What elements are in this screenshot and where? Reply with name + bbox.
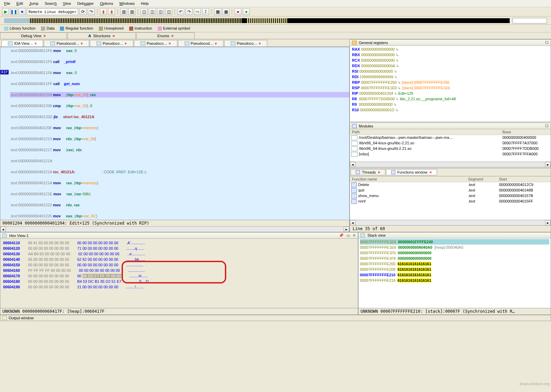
nav-strip[interactable]: [4, 18, 510, 23]
modules-hscroll[interactable]: ◄►: [350, 162, 551, 167]
view-tab[interactable]: Enums×: [136, 32, 195, 39]
menu-options[interactable]: Options: [97, 1, 116, 6]
tb-f[interactable]: ◫: [149, 8, 156, 15]
register-row[interactable]: RDI 1999999999999999 ↳: [352, 74, 549, 80]
close-icon[interactable]: ×: [125, 42, 127, 45]
subtab[interactable]: Pseudocod…×: [178, 40, 223, 47]
menu-help[interactable]: Help: [138, 1, 152, 6]
close-icon[interactable]: ×: [34, 42, 37, 45]
maximize-icon[interactable]: ☐: [545, 40, 549, 45]
register-row[interactable]: R8 00007FFFF7DD6500 ↳ libc_2.21.so:__pro…: [352, 96, 549, 102]
module-row[interactable]: /root/Desktop/baimao---pwn-master/baimao…: [350, 135, 551, 141]
toolbar-refresh[interactable]: ⟳: [80, 8, 86, 15]
tb-h[interactable]: ◫: [165, 8, 172, 15]
view-tab[interactable]: Debug View×: [0, 32, 67, 39]
scroll-left[interactable]: ◄: [0, 227, 6, 232]
stackview-header[interactable]: Stack view: [358, 233, 551, 238]
register-row[interactable]: RAX 0000000000000000 ↳: [352, 47, 549, 52]
module-row[interactable]: /lib/x86_64-linux-gnu/ld-2.21.so00007FFF…: [350, 146, 551, 152]
tb-b[interactable]: ▮: [108, 8, 115, 15]
register-row[interactable]: RBX 0000000000000000 ↳: [352, 52, 549, 58]
subtab[interactable]: Pseudoco…×: [90, 40, 133, 47]
stack-row[interactable]: 00007FFFFFFFE200 6161616161616161: [360, 261, 549, 267]
output-window-header[interactable]: Output window: [0, 315, 551, 321]
restore-icon[interactable]: ▭: [346, 233, 350, 238]
hex-body[interactable]: 00604110 89 41 60 00 00 00 00 00 00 00 0…: [0, 239, 358, 308]
subtab[interactable]: IDA View…×: [1, 40, 43, 47]
menu-debugger[interactable]: Debugger: [74, 1, 96, 6]
disasm-line[interactable]: .text:0000000000401208 cmp [rbp+var_58],…: [10, 103, 349, 109]
thread-tab[interactable]: Threads×: [351, 169, 385, 175]
modules-header[interactable]: Modules ☐: [350, 123, 551, 129]
view-tab[interactable]: AStructures×: [67, 32, 136, 39]
scroll-right[interactable]: ►: [344, 227, 349, 232]
stack-body[interactable]: 00007FFFFFFFE1E0 00000001FFFFE24000007FF…: [358, 238, 551, 308]
tb-c[interactable]: ▥: [120, 8, 127, 15]
disasm-line[interactable]: .text:0000000000401222 mov rdx, rax: [10, 202, 349, 208]
tb-d[interactable]: ▥: [128, 8, 135, 15]
tb-l[interactable]: ▦: [222, 8, 229, 15]
disasm-line[interactable]: .text:0000000000401213 mov rdx, [rbp+var…: [10, 136, 349, 142]
function-row[interactable]: show_menu.text000000000040157B: [350, 193, 551, 199]
tb-m[interactable]: ●: [235, 8, 241, 15]
disasm-line[interactable]: .text:0000000000401217 mov [rax], rdx: [10, 147, 349, 153]
register-row[interactable]: RIP 0000000000401204 ↳ Edit+125: [352, 91, 549, 96]
close-icon[interactable]: ×: [215, 42, 217, 45]
disasm-line[interactable]: .text:000000000040121A loc_40121A: ; COD…: [10, 169, 349, 175]
functions-body[interactable]: Delete.text00000000004012C9quit.text0000…: [350, 182, 551, 220]
debugger-select[interactable]: Remote Linux debugger: [27, 8, 78, 15]
menu-search[interactable]: Search: [42, 1, 60, 6]
tb-e[interactable]: ◫: [141, 8, 147, 15]
pause-button[interactable]: ❚❚: [10, 8, 17, 15]
subtab[interactable]: Pseudocod…×: [44, 40, 89, 47]
register-row[interactable]: RSP 00007FFFFFFFE1E0 ↳ [stack]:00007FFFF…: [352, 85, 549, 91]
module-row[interactable]: [vdso]00007FFFF7FFA000: [350, 152, 551, 157]
disasm-line[interactable]: .text:000000000040120F mov rax, [rbp+mem…: [10, 125, 349, 131]
registers-header[interactable]: General registers ☐: [350, 40, 551, 46]
subtab[interactable]: Pseudoco…×: [134, 40, 177, 47]
disasm-line[interactable]: .text:00000000004011F0 mov eax, 0: [10, 48, 349, 53]
menu-windows[interactable]: Windows: [116, 1, 137, 6]
disasm-line[interactable]: .text:0000000000401225 mov eax, [rbp+var…: [10, 213, 349, 219]
disasm-line[interactable]: .text:00000000004011FA mov eax, 0: [10, 70, 349, 75]
close-icon[interactable]: ×: [429, 170, 432, 174]
stack-row[interactable]: 00007FFFFFFFE1F0 0000000000000000: [360, 250, 549, 256]
stop-button[interactable]: ■: [19, 8, 25, 15]
function-row[interactable]: nrinf.text00000000004015FF: [350, 199, 551, 204]
register-row[interactable]: RCX 0000000000000000 ↳: [352, 58, 549, 63]
register-row[interactable]: RDX 000000000000000A ↳: [352, 63, 549, 69]
menu-file[interactable]: File: [1, 1, 13, 6]
register-row[interactable]: RBP 00007FFFFFFFE250 ↳ [stack]:00007FFFF…: [352, 80, 549, 85]
register-row[interactable]: R9 0000000000000000 ↳: [352, 102, 549, 107]
disasm-line[interactable]: .text:00000000004011F5 call _printf: [10, 59, 349, 64]
disasm-line[interactable]: .text:000000000040121A: [10, 158, 349, 164]
register-row[interactable]: RSI 0000000000000000 ↳: [352, 69, 549, 74]
close-icon[interactable]: ✕: [353, 233, 356, 238]
register-row[interactable]: R10 000000000000001D ↳: [352, 107, 549, 113]
menu-edit[interactable]: Edit: [14, 1, 26, 6]
close-icon[interactable]: ×: [169, 42, 171, 45]
stack-row[interactable]: 00007FFFFFFFE210 6161616161616161: [360, 272, 549, 278]
menu-view[interactable]: View: [60, 1, 74, 6]
stack-row[interactable]: 00007FFFFFFFE208 6161616161616161: [360, 267, 549, 272]
close-icon[interactable]: ×: [81, 42, 83, 45]
disasm-line[interactable]: .text:000000000040120D jle short loc_401…: [10, 114, 349, 120]
disasm-line[interactable]: .text:000000000040121E mov rax, [rax+58h…: [10, 191, 349, 197]
function-row[interactable]: quit.text000000000040148B: [350, 188, 551, 193]
close-icon[interactable]: ×: [171, 34, 173, 38]
hexview-header[interactable]: Hex View-1 📌 ▭ ✕: [0, 233, 358, 239]
disasm-line[interactable]: .text:00000000004011FF call get_num: [10, 81, 349, 86]
close-icon[interactable]: ×: [378, 170, 380, 174]
stack-row[interactable]: 00007FFFFFFFE1E0 00000001FFFFE240: [360, 239, 549, 245]
pin-icon[interactable]: 📌: [339, 233, 344, 238]
run-button[interactable]: ▶: [2, 8, 9, 15]
tb-k[interactable]: ▦: [214, 8, 221, 15]
close-icon[interactable]: ×: [113, 34, 115, 38]
tb-undo[interactable]: ↶: [177, 8, 184, 15]
stack-row[interactable]: 00007FFFFFFFE1E8 00000000006040A0 [heap]…: [360, 245, 549, 250]
toolbar-step[interactable]: ↷: [88, 8, 95, 15]
stack-row[interactable]: 00007FFFFFFFE218 6161616161616161: [360, 278, 549, 283]
maximize-icon[interactable]: ☐: [545, 124, 549, 128]
tb-n[interactable]: ●: [243, 8, 250, 15]
modules-body[interactable]: PathBase/root/Desktop/baimao---pwn-maste…: [350, 129, 551, 162]
